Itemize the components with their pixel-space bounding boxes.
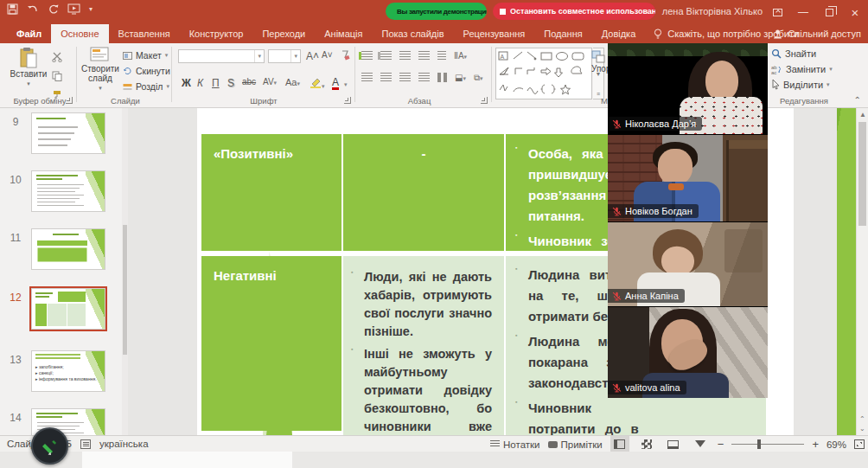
normal-view-button[interactable] xyxy=(610,436,629,452)
slide-thumbnail-12[interactable] xyxy=(31,288,105,330)
minimize-icon[interactable]: — xyxy=(790,0,816,24)
slide-thumbnail-9[interactable] xyxy=(31,112,105,154)
tab-Файл[interactable]: Файл xyxy=(7,24,51,43)
highlight-button[interactable]: ▾ xyxy=(310,77,325,91)
bullets-icon[interactable] xyxy=(361,51,373,61)
paste-button[interactable]: Вставити ▾ xyxy=(9,47,48,88)
stop-share-button[interactable]: Остановить совместное использование xyxy=(493,3,655,20)
columns-icon[interactable] xyxy=(437,73,447,82)
redo-icon[interactable] xyxy=(48,3,59,15)
notes-button[interactable]: Нотатки xyxy=(490,439,539,450)
change-case-button[interactable]: Aa▾ xyxy=(285,77,300,87)
participant-video[interactable]: Анна Капіна xyxy=(608,222,768,307)
tab-Довідка[interactable]: Довідка xyxy=(592,24,646,43)
undo-icon[interactable] xyxy=(27,4,39,15)
slide-thumbnail-11[interactable] xyxy=(31,228,105,270)
scroll-up-icon[interactable]: ▲ xyxy=(859,111,866,119)
tab-Рецензування[interactable]: Рецензування xyxy=(454,24,535,43)
select-button[interactable]: Виділити▾ xyxy=(771,79,833,91)
bold-button[interactable]: Ж xyxy=(182,77,191,89)
italic-button[interactable]: К xyxy=(197,77,203,89)
save-icon[interactable] xyxy=(7,3,18,15)
table-cell-negative-label[interactable]: Негативні xyxy=(201,256,341,431)
new-slide-button[interactable]: Створити слайд ▾ xyxy=(80,47,121,93)
reset-button[interactable]: Скинути xyxy=(123,65,170,77)
slide-thumbnail-10[interactable] xyxy=(31,170,105,212)
font-size-combo[interactable]: ▾ xyxy=(268,49,301,63)
paragraph-dialog-launcher[interactable] xyxy=(481,97,488,104)
table-cell-negative-mid[interactable]: Люди, які не даютьхабарів, отримуютьсвої… xyxy=(343,256,504,435)
shrink-font-button[interactable]: A˅ xyxy=(322,50,333,60)
clear-format-icon[interactable] xyxy=(339,50,350,63)
font-dialog-launcher[interactable] xyxy=(344,97,351,104)
tab-Анімація[interactable]: Анімація xyxy=(315,24,372,43)
table-text-line: безкоштовно, бо xyxy=(364,400,492,418)
tab-Переходи[interactable]: Переходи xyxy=(252,24,315,43)
tab-Показ слайдів[interactable]: Показ слайдів xyxy=(372,24,453,43)
shapes-gallery[interactable]: A xyxy=(495,48,592,99)
slide-thumbnail-13[interactable]: ▸ запобігання;▸ санкції;▸ інформування т… xyxy=(31,350,105,392)
replace-button[interactable]: abacЗамінити▾ xyxy=(771,63,833,75)
slideshow-view-button[interactable] xyxy=(691,436,710,452)
close-icon[interactable]: × xyxy=(842,0,868,24)
line-spacing-icon[interactable] xyxy=(437,51,446,61)
font-color-caret[interactable]: ▾ xyxy=(344,77,348,89)
account-user-name[interactable]: лена Вікторівна Хілько xyxy=(662,6,763,16)
zoom-slider-thumb[interactable] xyxy=(757,439,761,449)
decrease-indent-icon[interactable] xyxy=(399,51,411,61)
increase-indent-icon[interactable] xyxy=(418,51,430,61)
participant-video[interactable]: valitova alina xyxy=(608,307,768,398)
ribbon-display-options-icon[interactable] xyxy=(764,0,790,24)
align-vertical-icon[interactable]: ⬓▾ xyxy=(455,73,466,83)
find-button[interactable]: Знайти xyxy=(771,48,833,60)
cut-icon[interactable] xyxy=(52,50,63,66)
align-left-icon[interactable] xyxy=(361,73,373,82)
share-button[interactable]: Спільний доступ xyxy=(773,24,861,43)
qat-customize-caret[interactable]: ▾ xyxy=(89,5,93,13)
char-spacing-button[interactable]: AV▾ xyxy=(263,77,277,87)
tab-Подання[interactable]: Подання xyxy=(534,24,591,43)
smartart-icon[interactable]: ⧉▾ xyxy=(474,73,483,83)
layout-button[interactable]: Макет▾ xyxy=(123,49,170,61)
editor-vertical-scrollbar[interactable]: ▲ ⌃ ⌄ xyxy=(856,108,868,435)
participant-video[interactable]: Новіков Богдан xyxy=(608,135,768,222)
restore-icon[interactable] xyxy=(816,0,842,24)
replace-icon: abac xyxy=(771,65,782,74)
justify-icon[interactable] xyxy=(418,73,430,82)
start-slideshow-icon[interactable] xyxy=(67,3,80,15)
align-center-icon[interactable] xyxy=(380,73,392,82)
scrollbar-thumb[interactable] xyxy=(858,122,866,226)
next-slide-icon[interactable]: ⌄ xyxy=(859,425,865,433)
collapse-ribbon-icon[interactable]: ⌃ xyxy=(854,95,861,105)
annotation-pencil-button[interactable] xyxy=(31,427,68,465)
section-button[interactable]: Розділ▾ xyxy=(123,80,170,93)
zoom-percent[interactable]: 69% xyxy=(827,439,846,450)
participant-video[interactable]: Ніколаєва Дар’я xyxy=(608,43,768,135)
copy-icon[interactable] xyxy=(52,69,63,85)
strikethrough-button[interactable]: abc xyxy=(242,77,256,87)
text-shadow-button[interactable]: S xyxy=(227,77,234,89)
align-right-icon[interactable] xyxy=(399,73,411,82)
tab-Основне[interactable]: Основне xyxy=(51,24,108,43)
tab-Конструктор[interactable]: Конструктор xyxy=(180,24,253,43)
table-cell-positive-label[interactable]: «Позитивні» xyxy=(201,134,341,251)
numbering-icon[interactable] xyxy=(380,51,392,61)
font-name-combo[interactable]: ▾ xyxy=(178,49,265,63)
previous-slide-icon[interactable]: ⌃ xyxy=(859,415,865,423)
zoom-in-button[interactable]: + xyxy=(812,438,819,451)
table-cell-positive-mid[interactable]: - xyxy=(343,134,504,251)
grow-font-button[interactable]: A˄ xyxy=(306,50,319,62)
language-indicator[interactable]: українська xyxy=(99,439,149,449)
zoom-out-button[interactable]: − xyxy=(718,438,724,451)
tab-Вставлення[interactable]: Вставлення xyxy=(109,24,180,43)
comments-button[interactable]: Примітки xyxy=(548,439,603,450)
fit-slide-icon[interactable] xyxy=(854,439,865,449)
slide-sorter-view-button[interactable] xyxy=(637,436,656,452)
reading-view-button[interactable] xyxy=(664,436,683,452)
font-color-button[interactable]: A xyxy=(332,77,339,90)
zoom-slider[interactable] xyxy=(731,444,804,445)
underline-button[interactable]: П xyxy=(212,77,220,89)
text-direction-icon[interactable]: ⅡA▾ xyxy=(454,51,467,61)
spellcheck-icon[interactable] xyxy=(80,439,91,449)
thumbnail-scrollbar[interactable] xyxy=(122,108,128,435)
